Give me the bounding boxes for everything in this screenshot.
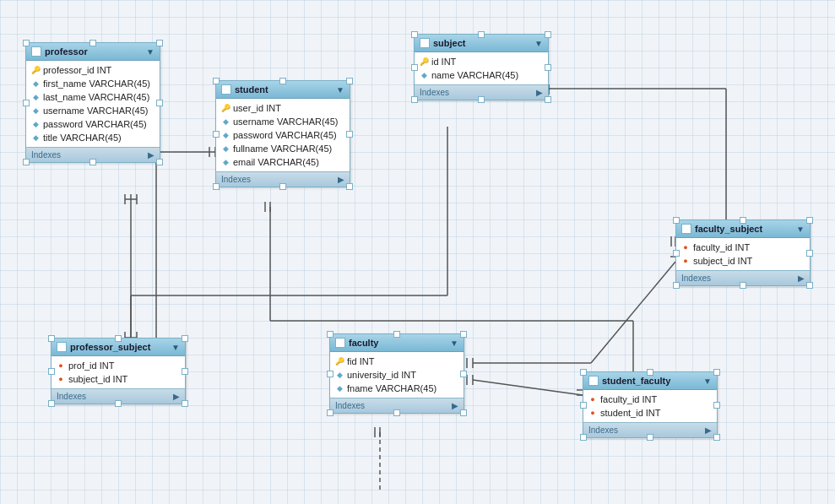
resize-handle-mr-professor_subject[interactable] bbox=[182, 368, 188, 375]
resize-handle-ml-student_faculty[interactable] bbox=[580, 402, 587, 409]
resize-handle-tl-faculty[interactable] bbox=[327, 331, 333, 338]
resize-handle-ml-faculty_subject[interactable] bbox=[673, 250, 680, 257]
resize-handle-tm-student[interactable] bbox=[279, 78, 286, 84]
resize-handle-bl-student[interactable] bbox=[213, 183, 220, 190]
resize-handle-tm-professor_subject[interactable] bbox=[115, 335, 122, 342]
dropdown-icon-student_faculty[interactable]: ▼ bbox=[703, 377, 712, 386]
field-text-professor_subject-0: prof_id INT bbox=[68, 360, 114, 371]
resize-handle-ml-subject[interactable] bbox=[411, 64, 418, 71]
resize-handle-ml-professor[interactable] bbox=[23, 100, 30, 106]
resize-handle-tr-faculty[interactable] bbox=[460, 331, 467, 338]
resize-handle-ml-student[interactable] bbox=[213, 131, 220, 138]
resize-handle-bl-faculty[interactable] bbox=[327, 409, 333, 416]
resize-handle-br-professor_subject[interactable] bbox=[182, 400, 188, 407]
resize-handle-bm-professor[interactable] bbox=[89, 159, 96, 165]
resize-handle-br-faculty[interactable] bbox=[460, 409, 467, 416]
resize-handle-mr-professor[interactable] bbox=[156, 100, 163, 106]
resize-handle-br-subject[interactable] bbox=[545, 96, 551, 103]
table-faculty[interactable]: faculty ▼ 🔑fid INT◆university_id INT◆fna… bbox=[329, 333, 464, 414]
field-row-student-4: ◆email VARCHAR(45) bbox=[216, 155, 350, 169]
resize-handle-tr-professor[interactable] bbox=[156, 40, 163, 46]
field-row-professor-1: ◆first_name VARCHAR(45) bbox=[26, 77, 160, 90]
resize-handle-mr-faculty_subject[interactable] bbox=[806, 250, 813, 257]
indexes-label-student_faculty: Indexes bbox=[588, 425, 618, 435]
field-icon-student-3: ◆ bbox=[221, 144, 230, 153]
resize-handle-tr-faculty_subject[interactable] bbox=[806, 217, 813, 224]
svg-line-29 bbox=[473, 380, 583, 395]
field-icon-faculty-1: ◆ bbox=[335, 371, 344, 379]
resize-handle-bl-subject[interactable] bbox=[411, 96, 418, 103]
table-student_faculty[interactable]: student_faculty ▼ ●faculty_id INT●studen… bbox=[583, 371, 718, 438]
field-row-student_faculty-0: ●faculty_id INT bbox=[583, 393, 717, 406]
indexes-label-faculty_subject: Indexes bbox=[681, 274, 711, 283]
resize-handle-ml-faculty[interactable] bbox=[327, 371, 333, 377]
field-row-subject-0: 🔑id INT bbox=[415, 55, 548, 68]
dropdown-icon-faculty_subject[interactable]: ▼ bbox=[796, 225, 805, 234]
resize-handle-tr-professor_subject[interactable] bbox=[182, 335, 188, 342]
dropdown-icon-faculty[interactable]: ▼ bbox=[450, 339, 458, 348]
resize-handle-bl-professor[interactable] bbox=[23, 159, 30, 165]
resize-handle-tr-student_faculty[interactable] bbox=[713, 369, 720, 376]
field-row-student-3: ◆fullname VARCHAR(45) bbox=[216, 142, 350, 155]
resize-handle-tm-student_faculty[interactable] bbox=[647, 369, 653, 376]
resize-handle-tl-professor_subject[interactable] bbox=[48, 335, 55, 342]
table-faculty_subject[interactable]: faculty_subject ▼ ●faculty_id INT●subjec… bbox=[675, 219, 811, 286]
resize-handle-br-professor[interactable] bbox=[156, 159, 163, 165]
resize-handle-tr-subject[interactable] bbox=[545, 31, 551, 38]
indexes-arrow-student: ▶ bbox=[338, 175, 344, 184]
resize-handle-bm-faculty[interactable] bbox=[393, 409, 400, 416]
dropdown-icon-student[interactable]: ▼ bbox=[336, 85, 344, 95]
resize-handle-tm-subject[interactable] bbox=[478, 31, 485, 38]
resize-handle-bm-subject[interactable] bbox=[478, 96, 485, 103]
resize-handle-tl-faculty_subject[interactable] bbox=[673, 217, 680, 224]
resize-handle-mr-faculty[interactable] bbox=[460, 371, 467, 377]
dropdown-icon-professor[interactable]: ▼ bbox=[146, 47, 155, 57]
table-icon-student_faculty bbox=[588, 376, 599, 386]
resize-handle-br-student[interactable] bbox=[346, 183, 353, 190]
resize-handle-tm-faculty_subject[interactable] bbox=[740, 217, 746, 224]
resize-handle-bm-student[interactable] bbox=[279, 183, 286, 190]
table-subject[interactable]: subject ▼ 🔑id INT◆name VARCHAR(45) Index… bbox=[414, 34, 549, 100]
indexes-arrow-faculty_subject: ▶ bbox=[798, 274, 805, 283]
resize-handle-tl-subject[interactable] bbox=[411, 31, 418, 38]
resize-handle-bm-faculty_subject[interactable] bbox=[740, 282, 746, 289]
resize-handle-mr-student_faculty[interactable] bbox=[713, 402, 720, 409]
field-icon-student-4: ◆ bbox=[221, 158, 230, 166]
resize-handle-mr-subject[interactable] bbox=[545, 64, 551, 71]
field-text-student-2: password VARCHAR(45) bbox=[233, 130, 337, 140]
resize-handle-tm-professor[interactable] bbox=[89, 40, 96, 46]
field-row-student-1: ◆username VARCHAR(45) bbox=[216, 115, 350, 128]
indexes-arrow-faculty: ▶ bbox=[452, 401, 458, 410]
table-professor[interactable]: professor ▼ 🔑professor_id INT◆first_name… bbox=[25, 42, 160, 163]
field-icon-student_faculty-0: ● bbox=[588, 395, 597, 404]
field-text-faculty-0: fid INT bbox=[347, 356, 374, 366]
table-professor_subject[interactable]: professor_subject ▼ ●prof_id INT●subject… bbox=[51, 338, 186, 404]
resize-handle-bl-student_faculty[interactable] bbox=[580, 434, 587, 441]
resize-handle-mr-student[interactable] bbox=[346, 131, 353, 138]
field-icon-professor_subject-0: ● bbox=[57, 361, 65, 370]
resize-handle-tl-professor[interactable] bbox=[23, 40, 30, 46]
field-text-professor-2: last_name VARCHAR(45) bbox=[43, 92, 149, 102]
dropdown-icon-professor_subject[interactable]: ▼ bbox=[171, 343, 180, 352]
resize-handle-tr-student[interactable] bbox=[346, 78, 353, 84]
resize-handle-bm-professor_subject[interactable] bbox=[115, 400, 122, 407]
table-name-student_faculty: student_faculty bbox=[602, 376, 700, 386]
field-row-professor-0: 🔑professor_id INT bbox=[26, 63, 160, 77]
resize-handle-br-faculty_subject[interactable] bbox=[806, 282, 813, 289]
resize-handle-tm-faculty[interactable] bbox=[393, 331, 400, 338]
resize-handle-ml-professor_subject[interactable] bbox=[48, 368, 55, 375]
resize-handle-tl-student_faculty[interactable] bbox=[580, 369, 587, 376]
table-student[interactable]: student ▼ 🔑user_id INT◆username VARCHAR(… bbox=[215, 80, 350, 187]
resize-handle-tl-student[interactable] bbox=[213, 78, 220, 84]
resize-handle-bm-student_faculty[interactable] bbox=[647, 434, 653, 441]
field-icon-faculty-2: ◆ bbox=[335, 384, 344, 393]
resize-handle-br-student_faculty[interactable] bbox=[713, 434, 720, 441]
indexes-label-professor: Indexes bbox=[31, 150, 61, 160]
resize-handle-bl-professor_subject[interactable] bbox=[48, 400, 55, 407]
dropdown-icon-subject[interactable]: ▼ bbox=[534, 39, 543, 48]
field-text-student_faculty-1: student_id INT bbox=[600, 408, 661, 418]
resize-handle-bl-faculty_subject[interactable] bbox=[673, 282, 680, 289]
field-icon-student-1: ◆ bbox=[221, 117, 230, 126]
table-body-faculty: 🔑fid INT◆university_id INT◆fname VARCHAR… bbox=[330, 352, 464, 398]
table-body-professor: 🔑professor_id INT◆first_name VARCHAR(45)… bbox=[26, 61, 160, 147]
